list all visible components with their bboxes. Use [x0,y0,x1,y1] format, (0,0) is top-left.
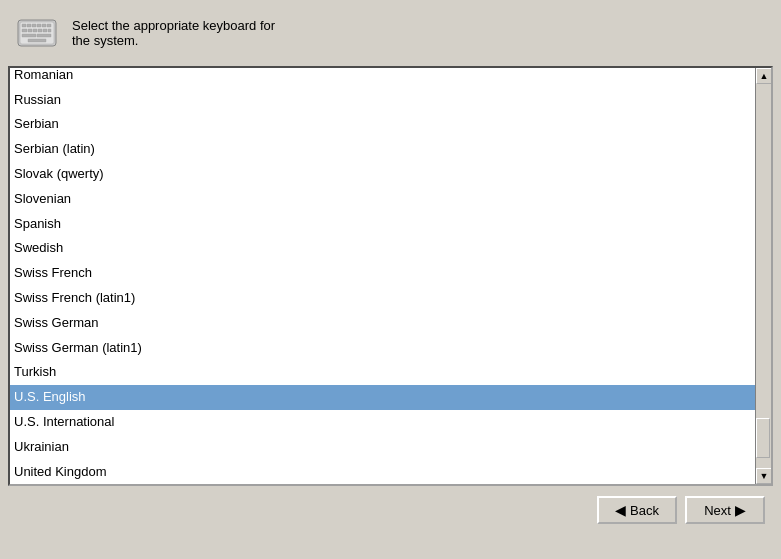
list-item[interactable]: Swiss French (latin1) [10,286,755,311]
list-item[interactable]: Russian [10,88,755,113]
list-item[interactable]: Serbian (latin) [10,137,755,162]
next-label: Next [704,503,731,518]
list-item[interactable]: Slovenian [10,187,755,212]
svg-rect-3 [27,24,31,27]
svg-rect-13 [48,29,51,32]
footer: ◀ Back Next ▶ [0,486,781,534]
list-item[interactable]: Spanish [10,212,755,237]
scrollbar[interactable]: ▲ ▼ [755,68,771,484]
svg-rect-9 [28,29,32,32]
back-label: Back [630,503,659,518]
back-arrow-icon: ◀ [615,502,626,518]
svg-rect-14 [22,34,36,37]
svg-rect-12 [43,29,47,32]
svg-rect-6 [42,24,46,27]
svg-rect-7 [47,24,51,27]
svg-rect-5 [37,24,41,27]
list-item[interactable]: Slovak (qwerty) [10,162,755,187]
scroll-thumb[interactable] [756,418,770,458]
list-item[interactable]: Ukrainian [10,435,755,460]
list-item[interactable]: Turkish [10,360,755,385]
list-item[interactable]: Swiss German [10,311,755,336]
header: Select the appropriate keyboard for the … [0,0,781,66]
back-button[interactable]: ◀ Back [597,496,677,524]
list-item[interactable]: Romanian [10,68,755,88]
list-item[interactable]: Swiss French [10,261,755,286]
svg-rect-2 [22,24,26,27]
list-item[interactable]: Serbian [10,112,755,137]
svg-rect-16 [28,39,46,42]
svg-rect-8 [22,29,27,32]
next-arrow-icon: ▶ [735,502,746,518]
keyboard-list[interactable]: PortugueseRomanianRussianSerbianSerbian … [10,68,755,484]
instruction-text: Select the appropriate keyboard for the … [72,18,275,48]
svg-rect-11 [38,29,42,32]
list-item[interactable]: U.S. English [10,385,755,410]
svg-rect-15 [37,34,51,37]
header-text: Select the appropriate keyboard for the … [72,18,275,48]
list-item[interactable]: United Kingdom [10,460,755,484]
scroll-track[interactable] [756,84,771,468]
list-item[interactable]: U.S. International [10,410,755,435]
keyboard-icon [16,12,58,54]
scroll-down-button[interactable]: ▼ [756,468,772,484]
svg-rect-10 [33,29,37,32]
list-item[interactable]: Swiss German (latin1) [10,336,755,361]
list-item[interactable]: Swedish [10,236,755,261]
next-button[interactable]: Next ▶ [685,496,765,524]
keyboard-list-container: PortugueseRomanianRussianSerbianSerbian … [8,66,773,486]
svg-rect-4 [32,24,36,27]
scroll-up-button[interactable]: ▲ [756,68,772,84]
